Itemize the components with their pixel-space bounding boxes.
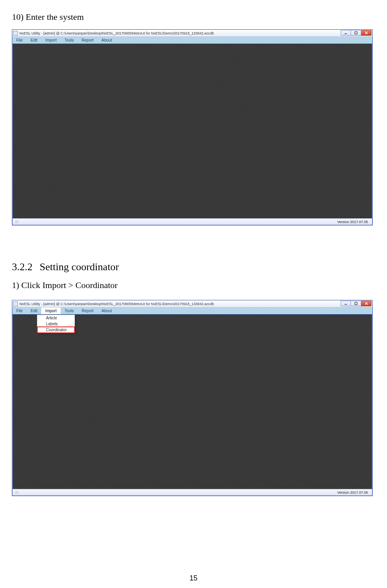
menu-about[interactable]: About [98, 307, 116, 314]
minimize-button[interactable] [341, 30, 351, 36]
window-title: NxESL Utility - [admin] @ C:\Users\yanpa… [19, 302, 214, 306]
menu-report[interactable]: Report [78, 37, 98, 44]
menu-about[interactable]: About [98, 37, 116, 44]
content-area [13, 315, 372, 489]
close-button[interactable] [361, 301, 372, 306]
dropdown-item-labels[interactable]: Labels [37, 321, 75, 327]
section-heading: 3.2.2Setting coordinator [12, 261, 375, 273]
content-area [13, 44, 372, 218]
version-label: Version 2017.07.05 [337, 220, 368, 224]
dropdown-item-article[interactable]: Article [37, 315, 75, 321]
window-controls [341, 301, 372, 306]
menu-edit[interactable]: Edit [27, 37, 41, 44]
menu-report[interactable]: Report [78, 307, 98, 314]
menu-file[interactable]: File [12, 37, 27, 44]
window-controls [341, 30, 372, 36]
version-label: Version 2017.07.05 [337, 491, 368, 494]
menu-import[interactable]: Import [41, 37, 60, 44]
titlebar: NxESL Utility - [admin] @ C:\Users\yanpa… [12, 30, 372, 37]
resize-grip-left-icon [15, 491, 18, 494]
statusbar: Version 2017.07.05 [13, 218, 372, 225]
app-icon [13, 302, 18, 306]
maximize-button[interactable] [351, 301, 361, 306]
statusbar: Version 2017.07.05 [13, 489, 372, 495]
titlebar: NxESL Utility - [admin] @ C:\Users\yanpa… [12, 300, 372, 307]
app-icon [13, 31, 18, 36]
step-10-text: 10) Enter the system [12, 12, 375, 22]
menu-import[interactable]: Import [41, 307, 60, 314]
menubar: File Edit Import Tools Report About [12, 37, 372, 44]
dropdown-item-coordinator[interactable]: Coordinator [37, 327, 75, 333]
menu-file[interactable]: File [12, 307, 27, 314]
step-1-text: 1) Click Import > Coordinator [12, 280, 375, 290]
close-button[interactable] [361, 30, 372, 36]
menubar: File Edit Import Tools Report About [12, 307, 372, 315]
window-title: NxESL Utility - [admin] @ C:\Users\yanpa… [19, 31, 214, 35]
resize-grip-left-icon [15, 220, 18, 223]
app-window-1: NxESL Utility - [admin] @ C:\Users\yanpa… [12, 29, 373, 225]
page-number: 15 [0, 574, 387, 582]
menu-tools[interactable]: Tools [61, 307, 78, 314]
maximize-button[interactable] [351, 30, 361, 36]
app-window-2: NxESL Utility - [admin] @ C:\Users\yanpa… [12, 300, 373, 496]
menu-tools[interactable]: Tools [61, 37, 78, 44]
section-title: Setting coordinator [40, 261, 119, 273]
menu-edit[interactable]: Edit [27, 307, 41, 314]
svg-rect-1 [355, 32, 357, 34]
section-number: 3.2.2 [12, 261, 33, 273]
import-dropdown: Article Labels Coordinator [37, 315, 75, 333]
svg-rect-5 [355, 302, 357, 305]
minimize-button[interactable] [341, 301, 351, 306]
